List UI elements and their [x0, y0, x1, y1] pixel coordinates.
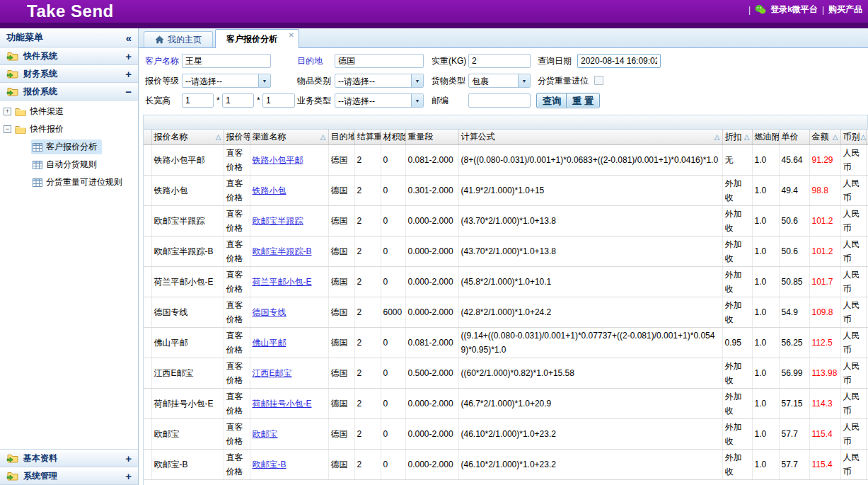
customer-name-input[interactable]	[182, 54, 271, 68]
width-input[interactable]	[222, 93, 254, 108]
column-header-formula[interactable]: 计算公式△	[458, 130, 722, 145]
actual-weight-input[interactable]	[468, 54, 531, 68]
section-label: 财务系统	[23, 68, 120, 80]
column-header-volume[interactable]: 材积除数△	[381, 130, 405, 145]
channel-link[interactable]: 欧邮宝-B	[253, 460, 287, 469]
channel-link[interactable]: 欧邮宝半跟踪-B	[253, 246, 312, 256]
tree-collapse-icon[interactable]: −	[4, 125, 11, 133]
business-type-select[interactable]: --请选择-- ▼	[335, 93, 424, 108]
folder-icon	[15, 107, 26, 116]
channel-link[interactable]: 铁路小包平邮	[253, 155, 303, 165]
chevron-down-icon[interactable]: ▼	[411, 94, 423, 107]
table-row[interactable]: 欧邮宝半跟踪直客价格欧邮宝半跟踪德国200.000-2.000(43.70*2/…	[144, 206, 868, 236]
quote-level-select[interactable]: --请选择-- ▼	[182, 74, 271, 88]
expand-icon[interactable]: +	[125, 69, 132, 79]
cell-fuel: 1.0	[752, 236, 779, 267]
table-row[interactable]: 荷邮挂号小包-E直客价格荷邮挂号小包-E德国200.000-2.000(46.7…	[144, 389, 868, 419]
column-header-quote_level[interactable]: 报价等级△	[224, 130, 250, 145]
cell-amount: 101.2	[809, 236, 840, 267]
tab-1-active[interactable]: 客户报价分析✕	[215, 29, 299, 48]
column-header-settle_weight[interactable]: 结算重量△	[354, 130, 381, 145]
channel-link[interactable]: 欧邮宝半跟踪	[253, 216, 303, 226]
separator: |	[822, 5, 824, 15]
column-header-destination[interactable]: 目的地△	[328, 130, 354, 145]
length-input[interactable]	[182, 93, 214, 108]
split-weight-carry-checkbox[interactable]	[594, 76, 603, 85]
tree-folder-1[interactable]: −快件报价	[0, 120, 138, 138]
cargo-type-select[interactable]: 包裹 ▼	[468, 74, 531, 88]
tab-0[interactable]: 我的主页	[144, 31, 213, 47]
postcode-input[interactable]	[468, 93, 531, 108]
cell-currency: 人民币	[840, 236, 866, 267]
tree-leaf-1-0[interactable]: 客户报价分析	[0, 138, 138, 156]
table-row[interactable]: 荷兰平邮小包-E直客价格荷兰平邮小包-E德国200.000-2.000(45.8…	[144, 267, 868, 297]
cell-quote_level: 直客价格	[224, 206, 250, 236]
cell-destination: 德国	[328, 389, 354, 419]
search-button[interactable]: 查询	[536, 93, 568, 108]
column-header-unit_price[interactable]: 单价	[779, 130, 809, 145]
chevron-down-icon[interactable]: ▼	[518, 74, 530, 87]
tree-folder-0[interactable]: +快件渠道	[0, 103, 138, 120]
column-header-fuel[interactable]: 燃油附加△	[752, 130, 779, 145]
sidebar-section-2[interactable]: 报价系统−	[0, 83, 138, 101]
channel-link[interactable]: 江西E邮宝	[253, 368, 292, 378]
table-row[interactable]: 铁路小包平邮直客价格铁路小包平邮德国200.081-2.000(8+((0.08…	[144, 145, 868, 176]
sidebar-bottom-section-0[interactable]: 基本资料+	[0, 450, 138, 467]
collapse-sidebar-icon[interactable]: «	[126, 32, 132, 44]
destination-input[interactable]	[335, 54, 424, 68]
cell-channel: 欧邮宝半跟踪-B	[250, 236, 328, 267]
column-header-weight_range[interactable]: 重量段	[405, 130, 458, 145]
cell-settle_weight: 2	[354, 206, 381, 236]
buy-product-link[interactable]: 购买产品	[828, 4, 862, 16]
tree-expand-icon[interactable]: +	[4, 108, 11, 115]
cell-destination: 德国	[328, 450, 354, 480]
expand-icon[interactable]: +	[125, 471, 132, 481]
channel-link[interactable]: 荷兰平邮小包-E	[253, 277, 312, 287]
expand-icon[interactable]: +	[125, 453, 132, 464]
table-row[interactable]: 江西E邮宝直客价格江西E邮宝德国200.500-2.000((60*2/1.00…	[144, 358, 868, 389]
height-input[interactable]	[262, 93, 295, 108]
table-row[interactable]: 欧邮宝半跟踪-B直客价格欧邮宝半跟踪-B德国200.000-2.000(43.7…	[144, 236, 868, 267]
tree-leaf-1-2[interactable]: 分货重量可进位规则	[0, 173, 138, 191]
table-row[interactable]: 德国专线直客价格德国专线德国260000.000-2.000(42.8*2/1.…	[144, 297, 868, 328]
chevron-down-icon[interactable]: ▼	[258, 74, 270, 87]
sidebar-bottom-section-1[interactable]: 系统管理+	[0, 467, 138, 485]
table-row[interactable]: 欧邮宝-B直客价格欧邮宝-B德国200.000-2.000(46.10*2/1.…	[144, 450, 868, 480]
channel-link[interactable]: 欧邮宝	[253, 429, 278, 439]
channel-link[interactable]: 荷邮挂号小包-E	[253, 399, 312, 409]
results-grid: 报价名称△报价等级△渠道名称△目的地△结算重量△材积除数△重量段计算公式△折扣△…	[143, 130, 868, 485]
login-kwei-link[interactable]: 登录k微平台	[770, 4, 818, 16]
tree-leaf-item[interactable]: 自动分货规则	[31, 157, 102, 172]
tree-leaf-item[interactable]: 客户报价分析	[31, 139, 102, 154]
collapse-icon[interactable]: −	[125, 86, 132, 97]
table-row[interactable]: 铁路小包直客价格铁路小包德国200.301-2.000(41.9*2/1.000…	[144, 176, 868, 206]
cell-destination: 德国	[328, 297, 354, 328]
cell-formula: ((60*2/1.000)*0.82)*1.0+15.58	[458, 358, 722, 389]
column-header-discount[interactable]: 折扣△	[722, 130, 752, 145]
sidebar-section-1[interactable]: 财务系统+	[0, 65, 138, 83]
reset-button[interactable]: 重 置	[566, 93, 600, 108]
close-tab-icon[interactable]: ✕	[289, 31, 294, 39]
column-header-amount[interactable]: 金额△	[809, 130, 840, 145]
channel-link[interactable]: 佛山平邮	[253, 338, 287, 348]
section-label: 基本资料	[23, 452, 120, 464]
column-header-quote_name[interactable]: 报价名称△	[151, 130, 224, 145]
sidebar-section-0[interactable]: 快件系统+	[0, 47, 138, 65]
expand-icon[interactable]: +	[125, 51, 132, 62]
chevron-down-icon[interactable]: ▼	[411, 74, 423, 87]
cell-quote_level: 直客价格	[224, 328, 250, 358]
column-label: 金额	[812, 131, 829, 143]
channel-link[interactable]: 德国专线	[253, 307, 287, 317]
folder-icon	[15, 125, 26, 134]
tree-leaf-item[interactable]: 分货重量可进位规则	[31, 175, 127, 190]
channel-link[interactable]: 铁路小包	[253, 186, 287, 195]
query-date-input[interactable]	[577, 54, 661, 68]
item-category-select[interactable]: --请选择-- ▼	[335, 74, 424, 88]
tree-leaf-1-1[interactable]: 自动分货规则	[0, 156, 138, 173]
column-header-channel[interactable]: 渠道名称△	[250, 130, 328, 145]
table-row[interactable]: 佛山平邮直客价格佛山平邮德国200.081-2.000((9.14+((0.08…	[144, 328, 868, 358]
table-row[interactable]: 欧邮宝直客价格欧邮宝德国200.000-2.000(46.10*2/1.000)…	[144, 419, 868, 450]
column-header-currency[interactable]: 币别△	[840, 130, 866, 145]
cell-channel: 欧邮宝-B	[250, 450, 328, 480]
cell-destination: 德国	[328, 176, 354, 206]
